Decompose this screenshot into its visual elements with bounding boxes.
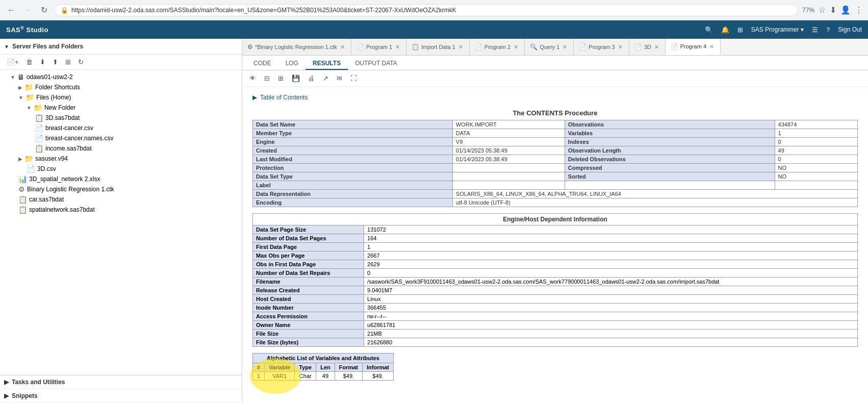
tab-close-program3[interactable]: ✕ xyxy=(617,44,624,51)
proc-title: The CONTENTS Procedure xyxy=(252,109,858,117)
table-row: Engine V9 Indexes 0 xyxy=(253,138,858,146)
tab-program2[interactable]: 📄 Program 2 ✕ xyxy=(470,39,525,55)
tab-binary-logistic[interactable]: ⚙ *Binary Logistic Regression 1.ctk ✕ xyxy=(242,39,351,55)
grid-btn[interactable]: ⊞ xyxy=(737,26,743,34)
sas-programmer-label[interactable]: SAS Programmer ▾ xyxy=(751,26,804,33)
fullscreen-btn[interactable]: ⛶ xyxy=(347,72,360,84)
table-row: File Size (bytes) 21626880 xyxy=(253,338,858,347)
notifications-btn[interactable]: 🔔 xyxy=(721,26,729,34)
tab-close-program2[interactable]: ✕ xyxy=(513,44,519,51)
table-row: Data Set Type Sorted NO xyxy=(253,172,858,181)
table-row: Owner Name u62861781 xyxy=(253,321,858,330)
main-layout: ▼ Server Files and Folders 📄+ 🗑 ⬇ ⬆ ⊞ ↻ … xyxy=(0,39,868,403)
tree-item-income-sas7bdat[interactable]: 📋 income.sas7bdat xyxy=(0,143,242,154)
alpha-list-container: Alphabetic List of Variables and Attribu… xyxy=(252,353,394,381)
print-btn[interactable]: 🖨 xyxy=(305,72,318,84)
col-header-format: Format xyxy=(335,363,362,372)
email-btn[interactable]: ✉ xyxy=(334,72,345,84)
snippets-item[interactable]: ▶ Snippets xyxy=(0,389,242,403)
security-icon: 🔒 xyxy=(61,7,68,14)
tab-program3[interactable]: 📄 Program 3 ✕ xyxy=(574,39,629,55)
table-header-row: # Variable Type Len Format Informat xyxy=(253,363,394,372)
sub-tab-output-data[interactable]: OUTPUT DATA xyxy=(348,58,404,70)
contents-main-table: Data Set Name WORK.IMPORT Observations 4… xyxy=(252,120,858,207)
tree-item-3d-csv[interactable]: 📄 3D.csv xyxy=(0,164,242,174)
tree-item-binary-logistic[interactable]: ⚙ Binary Logistic Regression 1.ctk xyxy=(0,184,242,194)
url-bar[interactable]: 🔒 https://odamid-usw2-2.oda.sas.com/SASS… xyxy=(54,4,798,16)
table-row: File Size 21MB xyxy=(253,330,858,338)
col-header-informat: Informat xyxy=(363,363,394,372)
bookmark-icon[interactable]: ☆ xyxy=(819,5,826,15)
undock-btn[interactable]: ↗ xyxy=(320,72,331,84)
tab-close-program4[interactable]: ✕ xyxy=(708,43,715,50)
back-button[interactable]: ← xyxy=(5,4,17,16)
show-hide-btn[interactable]: 👁 xyxy=(246,72,259,84)
tree-item-breast-cancer-csv[interactable]: 📄 breast-cancer.csv xyxy=(0,123,242,133)
tab-program4[interactable]: 📄 Program 4 ✕ xyxy=(666,39,721,55)
engine-table-caption: Engine/Host Dependent Information xyxy=(252,213,858,225)
tab-close-query1[interactable]: ✕ xyxy=(561,44,568,51)
tab-program1[interactable]: 📄 Program 1 ✕ xyxy=(351,39,406,55)
toc-arrow: ▶ xyxy=(252,94,257,101)
tree-item-files-home[interactable]: ▼ 📁 Files (Home) xyxy=(0,92,242,103)
server-files-arrow: ▼ xyxy=(4,44,9,49)
table-row: Encoding utf-8 Unicode (UTF-8) xyxy=(253,198,858,207)
tab-query1[interactable]: 🔍 Query 1 ✕ xyxy=(525,39,574,55)
tab-close-3d[interactable]: ✕ xyxy=(653,44,660,51)
table-btn[interactable]: ⊞ xyxy=(63,57,73,67)
sas-header-right: 🔍 🔔 ⊞ SAS Programmer ▾ ☰ ? Sign Out xyxy=(705,26,862,34)
sas-header: SAS® Studio 🔍 🔔 ⊞ SAS Programmer ▾ ☰ ? S… xyxy=(0,20,868,39)
more-icon[interactable]: ⋮ xyxy=(855,5,863,15)
snippets-label: Snippets xyxy=(12,392,38,399)
search-btn[interactable]: 🔍 xyxy=(705,26,713,34)
toc-row[interactable]: ▶ Table of Contents xyxy=(252,92,858,105)
sub-tab-log[interactable]: LOG xyxy=(278,58,305,70)
tree-item-breast-cancer-names-csv[interactable]: 📄 breast-cancer.names.csv xyxy=(0,133,242,143)
tree-item-car-sas7bdat[interactable]: 📋 car.sas7bdat xyxy=(0,194,242,205)
table-row: First Data Page 1 xyxy=(253,243,858,251)
sub-tab-code[interactable]: CODE xyxy=(246,58,278,70)
server-files-header[interactable]: ▼ Server Files and Folders xyxy=(4,42,238,51)
engine-table: Engine/Host Dependent Information Data S… xyxy=(252,213,858,347)
expand-btn[interactable]: ⊞ xyxy=(275,72,287,84)
col-header-variable: Variable xyxy=(265,363,295,372)
sidebar: ▼ Server Files and Folders 📄+ 🗑 ⬇ ⬆ ⊞ ↻ … xyxy=(0,39,242,403)
tree-item-new-folder[interactable]: ▼ 📁 New Folder xyxy=(0,103,242,113)
save-btn[interactable]: 💾 xyxy=(289,72,303,84)
tab-import-data1[interactable]: 📋 Import Data 1 ✕ xyxy=(406,39,470,55)
sign-out-label[interactable]: Sign Out xyxy=(838,26,862,33)
download-icon[interactable]: ⬇ xyxy=(830,5,836,15)
alpha-table-caption: Alphabetic List of Variables and Attribu… xyxy=(252,353,394,363)
tree-item-server[interactable]: ▼ 🖥 odaws01-usw2-2 xyxy=(0,72,242,82)
tree-item-3d-sas7bdat[interactable]: 📋 3D.sas7bdat xyxy=(0,113,242,123)
profile-icon[interactable]: 👤 xyxy=(840,5,851,15)
col-header-len: Len xyxy=(316,363,335,372)
menu-btn[interactable]: ☰ xyxy=(812,26,818,34)
tabs-bar: ⚙ *Binary Logistic Regression 1.ctk ✕ 📄 … xyxy=(242,39,868,56)
reload-button[interactable]: ↻ xyxy=(38,4,50,16)
col-header-type: Type xyxy=(295,363,316,372)
help-btn[interactable]: ? xyxy=(826,26,830,34)
table-row: Release Created 9.0401M7 xyxy=(253,286,858,295)
tab-close-import[interactable]: ✕ xyxy=(457,44,464,51)
tab-close-binary[interactable]: ✕ xyxy=(339,44,346,51)
tree-item-folder-shortcuts[interactable]: ▶ 📁 Folder Shortcuts xyxy=(0,82,242,92)
download-btn[interactable]: ⬇ xyxy=(37,57,48,67)
url-text: https://odamid-usw2-2.oda.sas.com/SASStu… xyxy=(71,7,792,14)
collapse-btn[interactable]: ⊟ xyxy=(261,72,273,84)
tree-item-spatialnetwork[interactable]: 📋 spatialnetwork.sas7bdat xyxy=(0,205,242,215)
refresh-btn[interactable]: ↻ xyxy=(75,57,86,67)
zoom-level: 77% xyxy=(802,7,814,14)
table-row: Data Set Page Size 131072 xyxy=(253,225,858,234)
tree-item-3d-xlsx[interactable]: 📊 3D_spatial_network 2.xlsx xyxy=(0,174,242,184)
upload-btn[interactable]: ⬆ xyxy=(50,57,61,67)
delete-btn[interactable]: 🗑 xyxy=(23,57,35,67)
tab-close-program1[interactable]: ✕ xyxy=(394,44,401,51)
new-file-btn[interactable]: 📄+ xyxy=(4,57,21,67)
tab-3d[interactable]: 📄 3D ✕ xyxy=(629,39,666,55)
tasks-label: Tasks and Utilities xyxy=(12,379,65,386)
sub-tab-results[interactable]: RESULTS xyxy=(305,58,348,70)
tree-item-sasuser-v94[interactable]: ▶ 📁 sasuser.v94 xyxy=(0,154,242,164)
forward-button[interactable]: → xyxy=(21,4,34,16)
tasks-utilities-item[interactable]: ▶ Tasks and Utilities xyxy=(0,375,242,389)
